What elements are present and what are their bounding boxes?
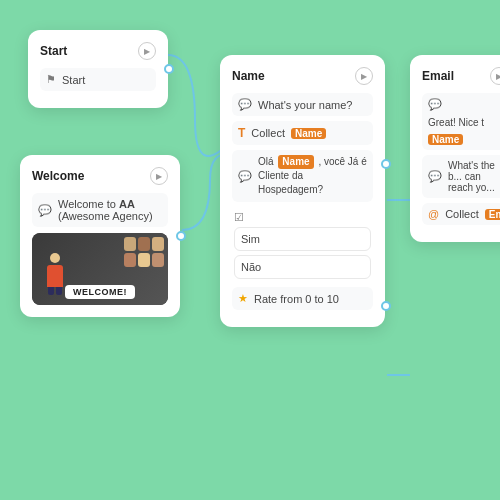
chat-icon-3: 💬 bbox=[428, 98, 442, 111]
start-row-1: ⚑ Start bbox=[40, 68, 156, 91]
email-row-3: @ Collect Emai bbox=[422, 203, 500, 225]
name-badge-1: Name bbox=[291, 128, 326, 139]
name-card: Name ▶ 💬 What's your name? T Collect Nam… bbox=[220, 55, 385, 327]
email-name-badge: Name bbox=[428, 134, 463, 145]
welcome-image: WELCOME! bbox=[32, 233, 168, 305]
email-card-header: Email ▶ bbox=[422, 67, 500, 85]
name-row-2: T Collect Name bbox=[232, 121, 373, 145]
name-card-header: Name ▶ bbox=[232, 67, 373, 85]
start-label: Start bbox=[62, 74, 85, 86]
email-row-1: 💬 Great! Nice t Name bbox=[422, 93, 500, 150]
t-icon: T bbox=[238, 126, 245, 140]
start-card-title: Start bbox=[40, 44, 67, 58]
checklist-icon: ☑ bbox=[234, 211, 244, 224]
start-connector-dot bbox=[164, 64, 174, 74]
choices-section: ☑ Sim Não bbox=[232, 207, 373, 287]
check-icon-row: ☑ bbox=[234, 211, 371, 224]
chat-icon: 💬 bbox=[38, 204, 52, 217]
welcome-card: Welcome ▶ 💬 Welcome to AA (Awesome Agenc… bbox=[20, 155, 180, 317]
name-connector-dot-top bbox=[381, 159, 391, 169]
name-row-4: ★ Rate from 0 to 10 bbox=[232, 287, 373, 310]
name-play-icon[interactable]: ▶ bbox=[355, 67, 373, 85]
flag-icon: ⚑ bbox=[46, 73, 56, 86]
chat-icon-2: 💬 bbox=[238, 170, 252, 183]
name-connector-dot-bottom bbox=[381, 301, 391, 311]
email-badge: Emai bbox=[485, 209, 500, 220]
email-card-title: Email bbox=[422, 69, 454, 83]
welcome-connector-dot bbox=[176, 231, 186, 241]
email-reach: What's the b... can reach yo... bbox=[448, 160, 500, 193]
welcome-card-title: Welcome bbox=[32, 169, 84, 183]
email-row-2: 💬 What's the b... can reach yo... bbox=[422, 155, 500, 198]
name-question: What's your name? bbox=[258, 99, 352, 111]
choice-nao[interactable]: Não bbox=[234, 255, 371, 279]
start-card-header: Start ▶ bbox=[40, 42, 156, 60]
welcome-row-1: 💬 Welcome to AA (Awesome Agency) bbox=[32, 193, 168, 227]
collect-label: Collect bbox=[251, 127, 285, 139]
choice-sim[interactable]: Sim bbox=[234, 227, 371, 251]
email-play-icon[interactable]: ▶ bbox=[490, 67, 500, 85]
welcome-text: Welcome to AA (Awesome Agency) bbox=[58, 198, 162, 222]
start-play-icon[interactable]: ▶ bbox=[138, 42, 156, 60]
ola-text: Olá Name , você Já é Cliente da Hospedag… bbox=[258, 155, 367, 197]
start-card: Start ▶ ⚑ Start bbox=[28, 30, 168, 108]
at-icon: @ bbox=[428, 208, 439, 220]
welcome-play-icon[interactable]: ▶ bbox=[150, 167, 168, 185]
chat-icon-1: 💬 bbox=[238, 98, 252, 111]
name-row-3: 💬 Olá Name , você Já é Cliente da Hosped… bbox=[232, 150, 373, 202]
chat-icon-4: 💬 bbox=[428, 170, 442, 183]
email-card: Email ▶ 💬 Great! Nice t Name 💬 What's th… bbox=[410, 55, 500, 242]
rate-label: Rate from 0 to 10 bbox=[254, 293, 339, 305]
name-badge-2: Name bbox=[278, 155, 313, 169]
welcome-card-header: Welcome ▶ bbox=[32, 167, 168, 185]
name-card-title: Name bbox=[232, 69, 265, 83]
star-icon: ★ bbox=[238, 292, 248, 305]
collect-email-label: Collect bbox=[445, 208, 479, 220]
email-great: Great! Nice t bbox=[428, 117, 484, 128]
welcome-label: WELCOME! bbox=[65, 285, 135, 299]
name-row-1: 💬 What's your name? bbox=[232, 93, 373, 116]
